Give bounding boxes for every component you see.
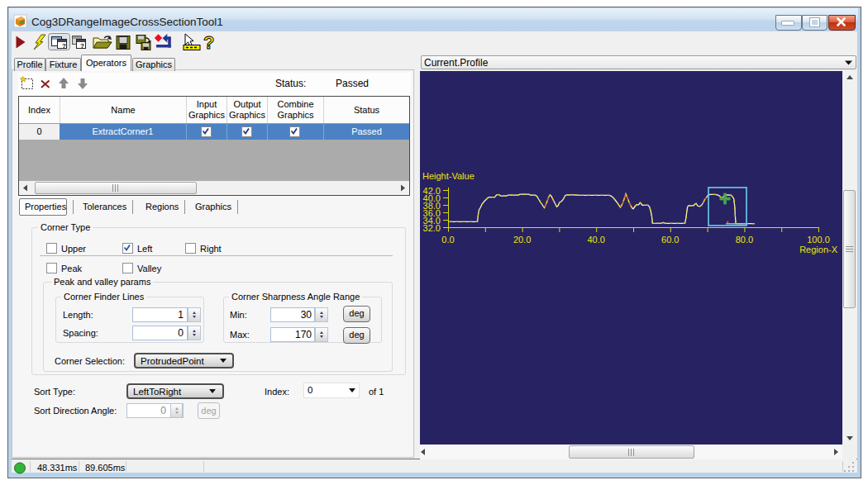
svg-text:Height-Value: Height-Value [422,171,475,181]
svg-text:20.0: 20.0 [513,235,531,245]
svg-text:40.0: 40.0 [587,235,604,245]
svg-text:32.0: 32.0 [423,223,441,233]
svg-text:Region-X: Region-X [799,245,838,254]
svg-text:?: ? [80,42,84,50]
svg-text:60.0: 60.0 [661,235,679,245]
svg-text:0.0: 0.0 [441,235,454,245]
svg-text:80.0: 80.0 [736,235,753,245]
svg-text:?: ? [62,42,66,50]
svg-text:100.0: 100.0 [807,235,830,245]
svg-text:?: ? [203,32,214,53]
